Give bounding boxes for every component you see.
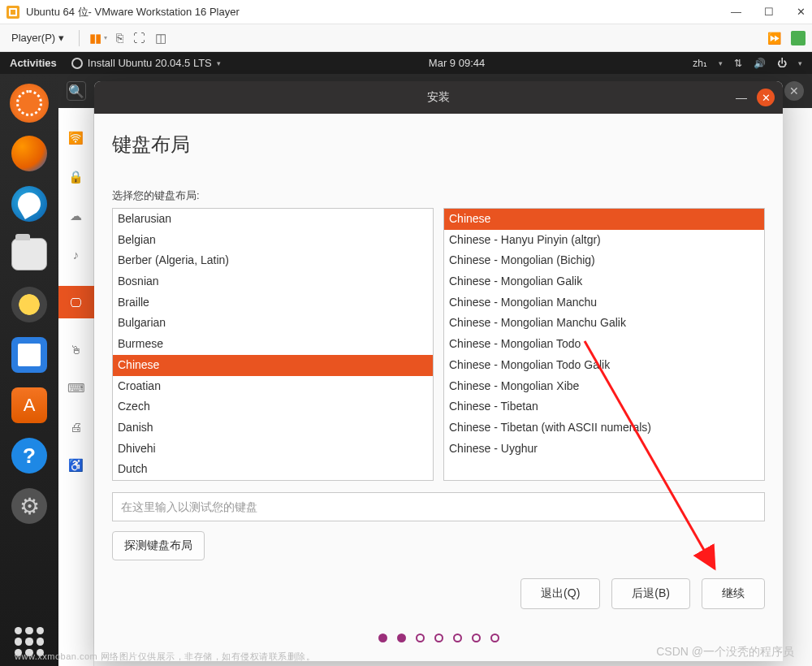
list-item[interactable]: Chinese - Tibetan (with ASCII numerals) [444, 417, 764, 439]
vmware-titlebar: Ubuntu 64 位- VMware Workstation 16 Playe… [0, 0, 812, 24]
ubiquity-icon [71, 58, 83, 69]
list-item[interactable]: Chinese [444, 209, 764, 230]
power-icon[interactable]: ⏻ [777, 58, 787, 69]
dock-ubuntu-software[interactable]: A [8, 384, 50, 426]
printer-icon[interactable]: 🖨 [70, 420, 82, 434]
minimize-button[interactable]: — [731, 6, 741, 18]
list-item[interactable]: Chinese - Mongolian Galik [444, 271, 764, 292]
list-item[interactable]: Chinese - Hanyu Pinyin (altgr) [444, 230, 764, 251]
list-item[interactable]: Burmese [113, 334, 433, 355]
keyboard-test-input[interactable] [112, 492, 765, 521]
input-method-indicator[interactable]: zh₁ [693, 58, 707, 69]
list-item[interactable]: Croatian [113, 376, 433, 397]
ubuntu-dock: A ? ⚙ [0, 74, 58, 666]
fast-forward-icon[interactable]: ⏩ [767, 32, 781, 45]
unity-icon[interactable]: ◫ [155, 31, 166, 45]
installer-window: 安装 — ✕ 键盘布局 选择您的键盘布局: BelarusianBelgianB… [94, 81, 783, 661]
player-menu[interactable]: Player(P) ▾ [6, 28, 69, 47]
clock[interactable]: Mar 9 09:44 [235, 57, 679, 69]
network-icon[interactable]: ⇅ [734, 58, 742, 69]
notes-icon[interactable] [791, 31, 806, 45]
layout-variant-list[interactable]: ChineseChinese - Hanyu Pinyin (altgr)Chi… [443, 208, 765, 481]
list-item[interactable]: Chinese [113, 355, 433, 376]
ubuntu-topbar: Activities Install Ubuntu 20.04.5 LTS ▾ … [0, 52, 812, 74]
close-icon[interactable]: ✕ [757, 89, 775, 106]
detect-layout-button[interactable]: 探测键盘布局 [112, 531, 205, 560]
list-item[interactable]: Berber (Algeria, Latin) [113, 250, 433, 271]
continue-button[interactable]: 继续 [702, 578, 765, 609]
list-item[interactable]: Dutch [113, 459, 433, 480]
layout-language-list[interactable]: BelarusianBelgianBerber (Algeria, Latin)… [112, 208, 434, 481]
pager-dot [397, 634, 406, 642]
dock-rhythmbox[interactable] [8, 283, 50, 326]
installer-titlebar: 安装 — ✕ [94, 81, 783, 114]
pager-dot [472, 634, 481, 642]
list-item[interactable]: Chinese - Mongolian Xibe [444, 376, 764, 397]
list-item[interactable]: Braille [113, 292, 433, 314]
vmware-icon [6, 6, 19, 19]
ubuntu-logo-icon [10, 84, 49, 123]
list-item[interactable]: Chinese - Mongolian Manchu Galik [444, 313, 764, 334]
maximize-button[interactable]: ☐ [764, 6, 774, 18]
install-label: Install Ubuntu 20.04.5 LTS [88, 57, 212, 69]
list-item[interactable]: Chinese - Tibetan [444, 396, 764, 417]
chevron-down-icon: ▾ [217, 59, 221, 67]
dock-libreoffice-writer[interactable] [8, 334, 50, 376]
lock-icon[interactable]: 🔒 [68, 170, 84, 184]
thunderbird-icon [11, 186, 47, 222]
fullscreen-icon[interactable]: ⛶ [133, 31, 145, 45]
pager-dot [378, 634, 387, 642]
close-icon[interactable]: ✕ [784, 81, 804, 101]
writer-icon [11, 337, 47, 373]
search-button[interactable]: 🔍 [67, 81, 86, 101]
dock-ubuntu-installer[interactable] [8, 82, 50, 124]
gear-icon: ⚙ [11, 488, 47, 524]
wifi-icon[interactable]: 🛜 [68, 131, 84, 145]
chevron-down-icon: ▾ [719, 59, 723, 67]
pause-button[interactable]: ▮▮▾ [89, 31, 106, 45]
dock-settings[interactable]: ⚙ [8, 485, 50, 527]
mouse-icon[interactable]: 🖱 [70, 343, 82, 357]
rhythmbox-icon [11, 287, 47, 322]
list-item[interactable]: Danish [113, 417, 433, 439]
list-item[interactable]: Bulgarian [113, 313, 433, 334]
pager-dot [453, 634, 462, 642]
list-item[interactable]: Belgian [113, 230, 433, 251]
minimize-icon[interactable]: — [736, 91, 747, 104]
list-item[interactable]: Chinese - Mongolian Todo Galik [444, 355, 764, 376]
choose-layout-label: 选择您的键盘布局: [112, 188, 765, 203]
dock-thunderbird[interactable] [8, 183, 50, 225]
pager-dot [416, 634, 425, 642]
watermark-left: www.xxmoban.com 网络图片仅供展示，非存储，如有侵权请联系删除。 [15, 651, 315, 663]
dock-firefox[interactable] [8, 132, 50, 175]
list-item[interactable]: Belarusian [113, 209, 433, 230]
back-button[interactable]: 后退(B) [611, 578, 690, 609]
list-item[interactable]: Chinese - Mongolian Manchu [444, 292, 764, 314]
dock-files[interactable] [8, 233, 50, 275]
dock-help[interactable]: ? [8, 435, 50, 477]
volume-icon[interactable]: 🔊 [754, 58, 766, 69]
display-icon[interactable]: 🖵 [58, 286, 94, 318]
activities-button[interactable]: Activities [10, 57, 57, 69]
list-item[interactable]: Czech [113, 396, 433, 417]
music-icon[interactable]: ♪ [73, 248, 80, 262]
list-item[interactable]: Dhivehi [113, 439, 433, 460]
chevron-down-icon: ▾ [798, 59, 802, 67]
pager-dot [490, 634, 499, 642]
accessibility-icon[interactable]: ♿ [68, 458, 84, 473]
files-icon [11, 238, 47, 270]
close-button[interactable]: ✕ [797, 6, 806, 18]
list-item[interactable]: Bosnian [113, 271, 433, 292]
vmware-window-title: Ubuntu 64 位- VMware Workstation 16 Playe… [26, 5, 731, 19]
keyboard-icon[interactable]: ⌨ [67, 381, 85, 396]
install-indicator[interactable]: Install Ubuntu 20.04.5 LTS ▾ [71, 57, 221, 69]
firefox-icon [11, 136, 47, 171]
list-item[interactable]: Dzongkha [113, 480, 433, 481]
list-item[interactable]: Chinese - Mongolian (Bichig) [444, 250, 764, 271]
list-item[interactable]: Chinese - Mongolian Todo [444, 334, 764, 355]
send-ctrl-alt-del-icon[interactable]: ⎘ [116, 31, 123, 45]
list-item[interactable]: Chinese - Uyghur [444, 439, 764, 460]
cloud-icon[interactable]: ☁ [70, 209, 82, 223]
quit-button[interactable]: 退出(Q) [520, 578, 600, 609]
help-icon: ? [11, 438, 47, 474]
